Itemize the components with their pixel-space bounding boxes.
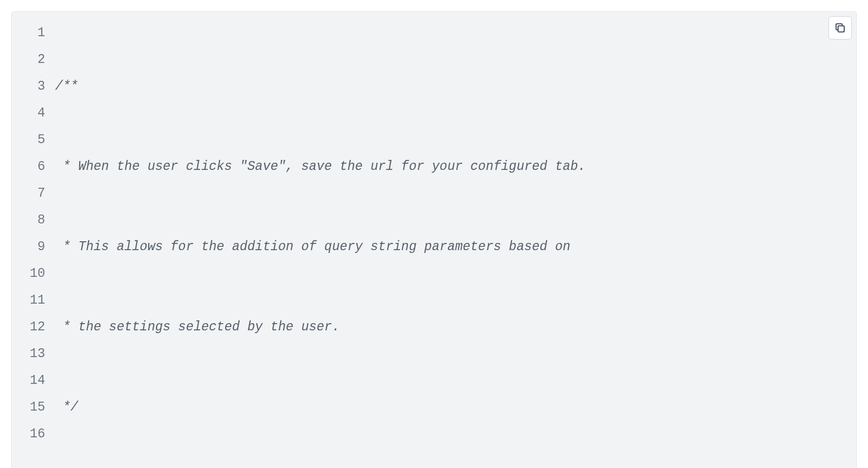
line-number: 13 (12, 340, 45, 367)
line-number: 11 (12, 287, 45, 314)
line-number: 10 (12, 260, 45, 287)
line-number: 2 (12, 46, 45, 73)
code-line: * This allows for the addition of query … (55, 233, 856, 260)
comment-text: /** (55, 79, 78, 94)
comment-text: * the settings selected by the user. (55, 320, 340, 334)
line-number: 15 (12, 394, 45, 421)
line-number: 4 (12, 100, 45, 126)
line-number: 7 (12, 180, 45, 207)
line-number: 9 (12, 233, 45, 260)
line-number-gutter: 1 2 3 4 5 6 7 8 9 10 11 12 13 14 15 16 (12, 20, 55, 468)
code-area: 1 2 3 4 5 6 7 8 9 10 11 12 13 14 15 16 /… (12, 12, 856, 468)
copy-button[interactable] (828, 16, 852, 40)
code-block: 1 2 3 4 5 6 7 8 9 10 11 12 13 14 15 16 /… (11, 11, 857, 468)
line-number: 14 (12, 367, 45, 394)
line-number: 6 (12, 153, 45, 180)
line-number: 5 (12, 126, 45, 153)
line-number: 16 (12, 421, 45, 447)
svg-rect-0 (838, 26, 844, 32)
comment-text: * This allows for the addition of query … (55, 240, 570, 254)
code-line: * the settings selected by the user. (55, 314, 856, 340)
line-number: 1 (12, 20, 45, 46)
line-number: 12 (12, 314, 45, 340)
line-number: 8 (12, 207, 45, 233)
line-number: 3 (12, 73, 45, 100)
code-line: */ (55, 394, 856, 421)
code-line: * When the user clicks "Save", save the … (55, 153, 856, 180)
code-line: /** (55, 73, 856, 100)
code-content[interactable]: /** * When the user clicks "Save", save … (55, 20, 856, 468)
comment-text: */ (55, 400, 78, 415)
copy-icon (834, 22, 846, 34)
comment-text: * When the user clicks "Save", save the … (55, 159, 586, 174)
